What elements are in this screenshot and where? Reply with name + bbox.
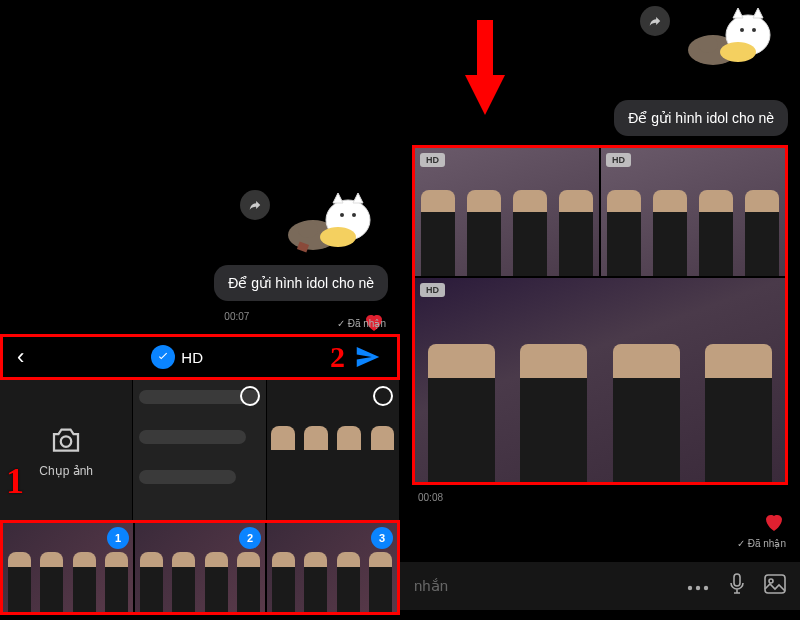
- selection-badge: 3: [371, 527, 393, 549]
- selection-badge: 1: [107, 527, 129, 549]
- message-input-bar: nhắn: [400, 562, 800, 610]
- sent-image[interactable]: HD: [601, 148, 785, 276]
- share-button[interactable]: [240, 190, 270, 220]
- selection-ring-icon: [240, 386, 260, 406]
- message-bubble[interactable]: Để gửi hình idol cho nè: [214, 265, 388, 301]
- sticker-cats: [278, 185, 388, 255]
- selection-badge: 2: [239, 527, 261, 549]
- timestamp: 00:08: [418, 492, 443, 503]
- selection-ring-icon: [373, 386, 393, 406]
- svg-point-17: [704, 585, 708, 589]
- message-row: Để gửi hình idol cho nè: [614, 100, 788, 136]
- message-bubble[interactable]: Để gửi hình idol cho nè: [614, 100, 788, 136]
- message-status-row: [762, 510, 786, 534]
- gallery-thumb[interactable]: [267, 380, 400, 520]
- status-text: Đã nhận: [348, 318, 386, 329]
- svg-point-1: [298, 222, 318, 238]
- annotation-1: 1: [6, 460, 24, 502]
- sent-images-block: HD HD HD: [412, 145, 788, 485]
- hd-badge: HD: [606, 153, 631, 167]
- camera-icon: [48, 422, 84, 458]
- svg-rect-18: [734, 574, 740, 586]
- gallery-thumb-selected[interactable]: 1: [3, 523, 133, 612]
- gallery-thumb[interactable]: [133, 380, 266, 520]
- more-icon[interactable]: [686, 576, 710, 597]
- hd-toggle[interactable]: HD: [151, 345, 203, 369]
- timestamp: 00:07: [224, 311, 249, 322]
- image-icon[interactable]: [764, 574, 786, 599]
- svg-point-12: [752, 28, 756, 32]
- sent-image[interactable]: HD: [415, 278, 785, 482]
- annotation-2: 2: [330, 340, 345, 374]
- message-input[interactable]: nhắn: [414, 577, 668, 595]
- right-screenshot: Để gửi hình idol cho nè HD HD HD 00:08 ✓…: [400, 0, 800, 620]
- status-checkmark-icon: ✓: [337, 318, 345, 329]
- heart-reaction-icon[interactable]: [762, 510, 786, 534]
- svg-point-5: [320, 227, 356, 247]
- send-button[interactable]: [353, 342, 383, 372]
- check-circle-icon: [151, 345, 175, 369]
- gallery-thumb-selected[interactable]: 2: [135, 523, 265, 612]
- svg-point-15: [688, 585, 692, 589]
- capture-label: Chụp ảnh: [39, 464, 93, 478]
- svg-point-20: [769, 579, 773, 583]
- status-checkmark-icon: ✓: [737, 538, 745, 549]
- left-screenshot: Để gửi hình idol cho nè 00:07 ✓ Đã nhận …: [0, 0, 400, 620]
- sticker-cats: [678, 0, 788, 70]
- status-text: Đã nhận: [748, 538, 786, 549]
- hd-badge: HD: [420, 153, 445, 167]
- sent-image[interactable]: HD: [415, 148, 599, 276]
- hd-label: HD: [181, 349, 203, 366]
- svg-rect-14: [477, 20, 493, 80]
- gallery-thumb-selected[interactable]: 3: [267, 523, 397, 612]
- svg-point-11: [740, 28, 744, 32]
- svg-point-7: [61, 436, 72, 447]
- gallery-row-top: Chụp ảnh: [0, 380, 400, 520]
- svg-point-9: [698, 37, 718, 53]
- svg-point-16: [696, 585, 700, 589]
- annotation-arrow-icon: [460, 20, 510, 120]
- hd-badge: HD: [420, 283, 445, 297]
- gallery-row-selected: 1 2 3: [0, 520, 400, 615]
- svg-point-4: [352, 213, 356, 217]
- svg-rect-19: [765, 575, 785, 593]
- svg-point-13: [720, 42, 756, 62]
- microphone-icon[interactable]: [728, 573, 746, 600]
- back-button[interactable]: ‹: [17, 344, 24, 370]
- share-button[interactable]: [640, 6, 670, 36]
- svg-point-3: [340, 213, 344, 217]
